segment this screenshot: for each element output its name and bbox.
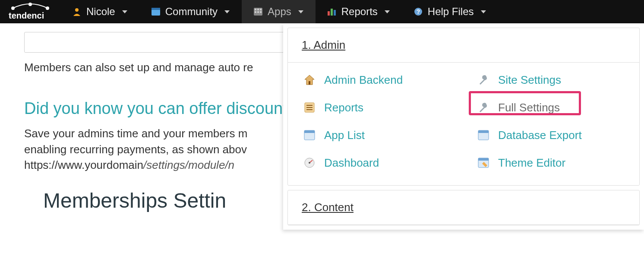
window-icon	[152, 7, 160, 16]
svg-rect-13	[328, 11, 330, 16]
svg-rect-11	[257, 11, 259, 13]
bar-chart-icon	[328, 7, 336, 16]
link-label: Reports	[324, 101, 451, 114]
window-icon	[477, 128, 490, 142]
svg-point-27	[309, 162, 310, 164]
link-label: Admin Backend	[324, 73, 451, 87]
caret-down-icon	[122, 10, 127, 13]
wrench-icon	[477, 73, 490, 87]
path-italic: /settings/module/n	[143, 158, 234, 171]
top-nav: tendenci Nicole Community Apps Reports ?	[0, 0, 644, 23]
svg-rect-12	[260, 11, 262, 13]
help-icon: ?	[414, 7, 423, 16]
house-icon	[303, 73, 316, 87]
admin-link-site-settings[interactable]: Site Settings	[472, 71, 629, 89]
dropdown-col-left: Admin Backend Reports App List	[298, 71, 455, 171]
caret-down-icon	[385, 10, 390, 13]
nav-apps-label: Apps	[268, 6, 291, 18]
link-label: Database Export	[498, 129, 625, 142]
svg-rect-31	[478, 158, 489, 161]
svg-rect-29	[478, 130, 489, 133]
svg-rect-15	[334, 10, 336, 16]
svg-rect-14	[331, 9, 333, 16]
nav-community-label: Community	[165, 6, 218, 18]
link-label: Site Settings	[498, 73, 625, 87]
svg-rect-7	[255, 9, 256, 10]
nav-community[interactable]: Community	[139, 0, 242, 23]
svg-rect-19	[309, 81, 310, 85]
svg-rect-8	[257, 9, 259, 10]
caret-down-icon	[298, 10, 303, 13]
window-icon	[303, 128, 316, 142]
brand-logo[interactable]: tendenci	[0, 0, 60, 23]
dropdown-col-right: Site Settings Full Settings Database Exp…	[472, 71, 629, 171]
dropdown-header-admin[interactable]: 1. Admin	[288, 28, 639, 63]
dropdown-body-admin: Admin Backend Reports App List	[288, 63, 639, 185]
apps-dropdown: 1. Admin Admin Backend Reports	[283, 23, 644, 230]
link-label: Full Settings	[498, 101, 625, 114]
link-label: Theme Editor	[498, 156, 625, 170]
svg-point-1	[29, 3, 32, 6]
admin-link-dashboard[interactable]: Dashboard	[298, 154, 455, 171]
wrench-icon	[477, 101, 490, 114]
svg-point-3	[75, 8, 79, 12]
dashboard-icon	[303, 156, 316, 170]
caret-down-icon	[481, 10, 486, 13]
admin-link-admin-backend[interactable]: Admin Backend	[298, 71, 455, 89]
dropdown-section-admin: 1. Admin Admin Backend Reports	[287, 28, 640, 186]
nav-user-label: Nicole	[86, 6, 115, 18]
path-plain: https://www.yourdomain	[24, 158, 143, 171]
svg-rect-9	[260, 9, 262, 10]
theme-icon	[477, 156, 490, 170]
caret-down-icon	[224, 10, 230, 13]
admin-link-theme-editor[interactable]: Theme Editor	[472, 154, 629, 171]
admin-link-app-list[interactable]: App List	[298, 126, 455, 144]
grid-icon	[254, 7, 262, 16]
svg-rect-5	[152, 8, 160, 10]
link-label: App List	[324, 129, 451, 142]
svg-rect-25	[304, 130, 315, 133]
user-icon	[73, 7, 81, 16]
dropdown-section-content: 2. Content	[287, 190, 640, 225]
svg-text:?: ?	[417, 8, 420, 15]
dropdown-header-content[interactable]: 2. Content	[288, 190, 639, 225]
admin-link-database-export[interactable]: Database Export	[472, 126, 629, 144]
nav-reports[interactable]: Reports	[316, 0, 402, 23]
svg-rect-10	[255, 11, 256, 13]
link-label: Dashboard	[324, 156, 451, 170]
svg-point-2	[46, 7, 49, 9]
nav-reports-label: Reports	[341, 6, 378, 18]
svg-point-0	[12, 7, 14, 9]
nav-help-label: Help Files	[428, 6, 474, 18]
nav-help[interactable]: ? Help Files	[402, 0, 498, 23]
admin-link-full-settings[interactable]: Full Settings	[472, 99, 629, 116]
brand-text: tendenci	[9, 11, 44, 20]
nav-apps[interactable]: Apps	[242, 0, 316, 23]
list-icon	[303, 101, 316, 114]
admin-link-reports[interactable]: Reports	[298, 99, 455, 116]
nav-user[interactable]: Nicole	[60, 0, 139, 23]
